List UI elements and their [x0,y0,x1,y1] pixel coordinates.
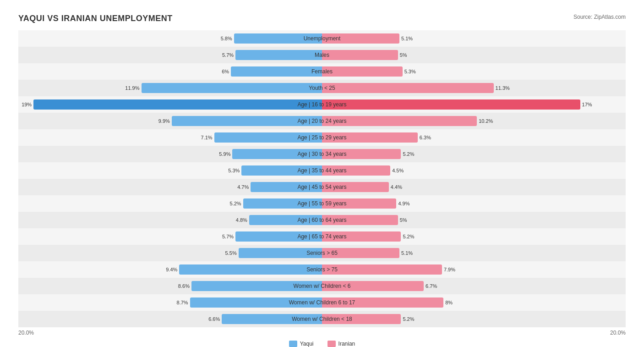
iranian-value: 5.1% [399,36,413,41]
axis-label-right: 20.0% [610,330,626,336]
iranian-value: 6.3% [418,135,431,140]
yaqui-bar [222,314,322,324]
yaqui-bar [142,83,322,93]
iranian-bar [322,297,443,308]
chart-row: 8.7%8%Women w/ Children 6 to 17 [18,294,626,311]
yaqui-bar [179,264,322,275]
iranian-bar [322,215,398,225]
iranian-value: 5% [398,217,407,223]
iranian-value: 5% [398,52,407,58]
iranian-value: 5.2% [401,234,414,239]
iranian-value: 10.2% [477,118,493,124]
chart-row: 8.6%6.7%Women w/ Children < 6 [18,278,626,294]
iranian-value: 5.2% [401,316,414,322]
yaqui-bar [239,248,322,258]
yaqui-bar [232,149,322,159]
yaqui-value: 8.6% [178,283,191,289]
iranian-value: 4.4% [389,184,402,190]
axis-label-left: 20.0% [18,330,34,336]
chart-row: 5.9%5.2%Age | 30 to 34 years [18,146,626,162]
yaqui-bar [241,165,322,176]
iranian-bar [322,99,580,110]
iranian-bar [322,33,399,44]
legend-yaqui-box [289,341,297,347]
yaqui-bar [235,50,322,60]
legend-iranian-label: Iranian [338,341,355,347]
chart-row: 9.4%7.9%Seniors > 75 [18,261,626,278]
iranian-bar [322,83,494,93]
chart-row: 5.7%5.2%Age | 65 to 74 years [18,228,626,245]
yaqui-bar [172,116,322,126]
yaqui-bar [33,99,322,110]
yaqui-value: 5.8% [221,36,234,41]
iranian-value: 17% [580,102,592,107]
iranian-bar [322,264,442,275]
iranian-bar [322,182,389,192]
legend-iranian: Iranian [327,341,355,347]
legend: Yaqui Iranian [18,341,626,347]
yaqui-value: 5.2% [230,201,243,206]
iranian-bar [322,198,396,209]
yaqui-value: 7.1% [201,135,214,140]
legend-yaqui: Yaqui [289,341,314,347]
yaqui-bar [231,66,322,77]
chart-row: 5.5%5.1%Seniors > 65 [18,245,626,261]
chart-header: YAQUI VS IRANIAN UNEMPLOYMENT Source: Zi… [18,14,626,23]
yaqui-bar [234,33,322,44]
iranian-value: 5.3% [403,69,416,74]
yaqui-value: 5.5% [225,250,239,256]
iranian-value: 5.2% [401,151,414,157]
chart-row: 5.8%5.1%Unemployment [18,30,626,47]
iranian-value: 4.5% [390,168,404,173]
chart-row: 11.9%11.3%Youth < 25 [18,80,626,96]
yaqui-value: 8.7% [177,300,190,305]
chart-row: 5.7%5%Males [18,47,626,63]
iranian-value: 4.9% [396,201,409,206]
yaqui-value: 4.7% [237,184,251,190]
iranian-bar [322,248,399,258]
iranian-bar [322,66,403,77]
yaqui-value: 6.6% [208,316,222,322]
iranian-value: 11.3% [494,85,510,91]
yaqui-value: 5.9% [219,151,232,157]
yaqui-bar [214,132,322,143]
chart-title: YAQUI VS IRANIAN UNEMPLOYMENT [18,14,173,23]
chart-source: Source: ZipAtlas.com [573,14,626,20]
yaqui-value: 5.3% [228,168,241,173]
iranian-bar [322,132,418,143]
yaqui-bar [235,231,322,242]
yaqui-value: 4.8% [236,217,249,223]
iranian-bar [322,281,424,291]
yaqui-value: 9.9% [158,118,172,124]
yaqui-bar [190,297,322,308]
iranian-value: 5.1% [399,250,413,256]
yaqui-value: 6% [222,69,231,74]
chart-row: 9.9%10.2%Age | 20 to 24 years [18,113,626,129]
yaqui-value: 19% [22,102,33,107]
iranian-bar [322,149,401,159]
yaqui-value: 5.7% [222,234,235,239]
iranian-bar [322,116,477,126]
chart-row: 19%17%Age | 16 to 19 years [18,96,626,113]
yaqui-value: 11.9% [125,85,141,91]
iranian-value: 8% [443,300,453,305]
legend-iranian-box [327,341,336,347]
yaqui-bar [251,182,322,192]
iranian-value: 7.9% [442,267,455,272]
chart-row: 5.2%4.9%Age | 55 to 59 years [18,195,626,212]
iranian-bar [322,165,390,176]
chart-row: 7.1%6.3%Age | 25 to 29 years [18,129,626,146]
chart-row: 4.8%5%Age | 60 to 64 years [18,212,626,228]
iranian-value: 6.7% [424,283,437,289]
yaqui-bar [243,198,322,209]
legend-yaqui-label: Yaqui [300,341,314,347]
yaqui-bar [191,281,322,291]
yaqui-value: 9.4% [166,267,179,272]
chart-container: YAQUI VS IRANIAN UNEMPLOYMENT Source: Zi… [9,9,635,347]
iranian-bar [322,50,398,60]
chart-row: 5.3%4.5%Age | 35 to 44 years [18,162,626,179]
yaqui-bar [249,215,322,225]
axis-labels: 20.0% 20.0% [18,330,626,336]
chart-row: 4.7%4.4%Age | 45 to 54 years [18,179,626,195]
chart-row: 6.6%5.2%Women w/ Children < 18 [18,311,626,327]
